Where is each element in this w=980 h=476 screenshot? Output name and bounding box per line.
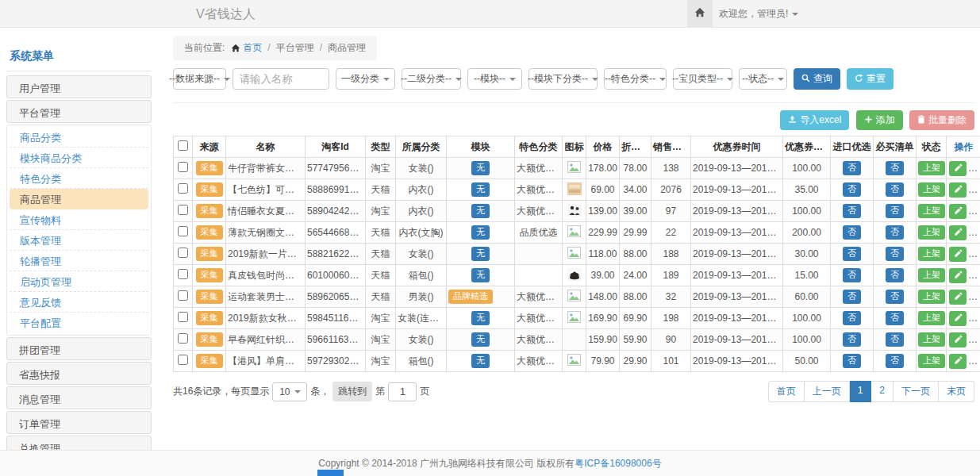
import-select-badge[interactable]: 否 [843,332,861,347]
edit-button[interactable] [949,247,967,262]
filter-select[interactable]: --模块-- [467,68,522,90]
sidebar-group[interactable]: 消息管理 [6,386,152,409]
sidebar-group[interactable]: 省惠快报 [6,362,152,385]
coupon-time: 2019-09-13—2019-09-17 [691,222,783,244]
import-select-badge[interactable]: 否 [843,225,861,240]
row-checkbox[interactable] [178,269,188,279]
status-badge[interactable]: 上架 [918,204,945,218]
filter-select[interactable]: --二级分类-- [402,68,461,90]
must-buy-badge[interactable]: 否 [886,290,904,304]
status-badge[interactable]: 上架 [918,354,945,368]
import-select-badge[interactable]: 否 [843,311,861,325]
must-buy-cell: 否 [874,201,917,222]
import-select-badge[interactable]: 否 [843,354,861,368]
must-buy-badge[interactable]: 否 [886,311,904,325]
sidebar-item[interactable]: 特色分类 [10,168,148,189]
sidebar-item[interactable]: 模块商品分类 [10,148,148,168]
sales-count: 2076 [651,179,691,201]
filter-select[interactable]: 一级分类 [336,68,395,90]
edit-button[interactable] [949,182,967,198]
filter-select[interactable]: --数据来源-- [173,68,226,90]
filter-select[interactable]: --特色分类-- [604,68,667,90]
sidebar-item[interactable]: 轮播管理 [10,251,148,271]
sidebar-item[interactable]: 商品管理 [10,189,148,209]
must-buy-badge[interactable]: 否 [886,247,904,261]
per-page-select[interactable]: 10 [272,382,307,401]
page-button[interactable]: 末页 [939,381,974,402]
reset-button[interactable]: 重置 [847,68,894,90]
import-select-badge[interactable]: 否 [843,247,861,261]
page-button[interactable]: 上一页 [805,381,850,402]
row-checkbox[interactable] [178,226,188,236]
pagination-bar: 共16条记录，每页显示 10 条， 跳转到 第 页 首页上一页12下一页末页 [173,381,974,402]
edit-button[interactable] [949,290,967,305]
edit-button[interactable] [949,332,967,347]
icp-link[interactable]: 粤ICP备16098006号 [575,458,661,469]
sidebar-group[interactable]: 用户管理 [6,75,152,98]
home-button[interactable] [687,0,713,27]
import-select-badge[interactable]: 否 [843,161,861,175]
edit-button[interactable] [949,354,967,369]
status-badge[interactable]: 上架 [918,268,945,282]
page-button[interactable]: 1 [850,381,872,402]
sidebar-group[interactable]: 平台管理 [6,100,152,123]
import-select-badge[interactable]: 否 [843,204,861,218]
must-buy-badge[interactable]: 否 [886,332,904,347]
page-button[interactable]: 首页 [768,381,805,402]
sidebar-item[interactable]: 平台配置 [10,313,148,333]
sidebar-group[interactable]: 拼团管理 [6,337,152,360]
edit-button[interactable] [949,161,967,176]
import-select-badge[interactable]: 否 [843,268,861,282]
user-menu[interactable]: 欢迎您，管理员! [719,0,798,28]
filter-select[interactable]: --状态-- [739,68,787,90]
row-checkbox[interactable] [178,312,188,322]
must-buy-badge[interactable]: 否 [886,225,904,240]
must-buy-badge[interactable]: 否 [886,161,904,175]
status-badge[interactable]: 上架 [918,225,945,240]
edit-button[interactable] [949,225,967,240]
import-excel-button[interactable]: 导入excel [780,110,849,130]
column-header: 淘客Id [306,136,366,158]
must-buy-badge[interactable]: 否 [886,182,904,197]
select-all-checkbox[interactable] [178,140,188,151]
row-checkbox[interactable] [178,248,188,258]
sidebar-item[interactable]: 版本管理 [10,230,148,251]
page-button[interactable]: 2 [871,381,894,402]
row-checkbox[interactable] [178,162,188,172]
status-badge[interactable]: 上架 [918,182,945,197]
must-buy-badge[interactable]: 否 [886,268,904,282]
jump-button[interactable]: 跳转到 [332,382,372,401]
status-badge[interactable]: 上架 [918,290,945,304]
sidebar-item[interactable]: 商品分类 [10,127,148,148]
batch-delete-button[interactable]: 批量删除 [909,110,974,130]
must-buy-badge[interactable]: 否 [886,354,904,368]
sidebar-item[interactable]: 意见反馈 [10,292,148,313]
page-number-input[interactable] [388,382,417,401]
name-search-input[interactable] [233,68,329,90]
page-button[interactable]: 下一页 [894,381,939,402]
search-button[interactable]: 查询 [794,68,840,90]
must-buy-badge[interactable]: 否 [886,204,904,218]
edit-button[interactable] [949,204,967,219]
sidebar-item[interactable]: 宣传物料 [10,209,148,230]
filter-select[interactable]: --模块下分类-- [528,68,598,90]
row-checkbox[interactable] [178,290,188,301]
row-checkbox[interactable] [178,333,188,344]
sidebar-group[interactable]: 订单管理 [6,411,152,434]
breadcrumb-home-link[interactable]: 首页 [243,42,262,53]
row-checkbox[interactable] [178,355,188,365]
import-select-badge[interactable]: 否 [843,290,861,304]
status-badge[interactable]: 上架 [918,247,945,261]
add-button[interactable]: 添加 [856,110,903,130]
row-checkbox[interactable] [178,183,188,194]
edit-button[interactable] [949,311,967,326]
row-checkbox[interactable] [178,205,188,215]
filter-select[interactable]: --宝贝类型-- [673,68,732,90]
status-badge[interactable]: 上架 [918,311,945,325]
import-select-badge[interactable]: 否 [843,182,861,197]
status-badge[interactable]: 上架 [918,332,945,347]
status-badge[interactable]: 上架 [918,161,945,175]
sidebar-item[interactable]: 启动页管理 [10,271,148,292]
actions-cell [947,158,980,179]
edit-button[interactable] [949,268,967,283]
